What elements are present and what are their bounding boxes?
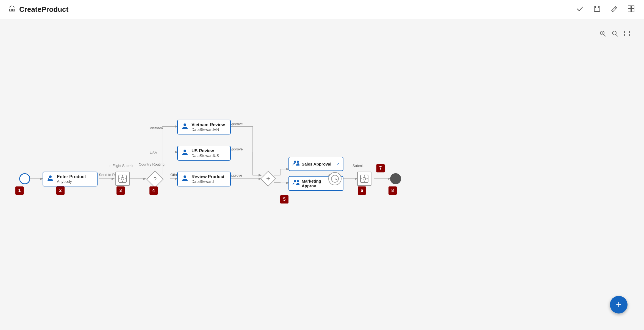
badge-8: 8 [388,186,397,195]
vietnam-review-subtitle: DataStewardVN [191,127,225,132]
sales-approval-task[interactable]: Sales Approval ↗ [288,157,343,171]
svg-point-40 [294,180,296,182]
us-review-task[interactable]: US Review DataStewardUS [177,146,231,161]
end-event[interactable] [390,173,401,184]
badge-7: 7 [376,164,385,172]
in-flight-submit-label: In Flight Submit [109,164,133,168]
user-task-icon [46,174,54,184]
user-task-icon-vn [181,122,189,132]
svg-rect-3 [628,6,631,9]
user-task-icon-us [181,148,189,158]
enter-product-title: Enter Product [57,174,86,179]
timer-event[interactable] [328,172,342,185]
external-link-icon-sales: ↗ [337,162,340,166]
svg-text:Vietnam: Vietnam [150,126,163,130]
review-product-title: Review Product [191,174,224,179]
start-event[interactable] [19,173,30,184]
svg-text:USA: USA [150,151,157,155]
submit-label: Submit [352,164,363,168]
review-product-task[interactable]: Review Product DataSteward [177,172,231,186]
edit-button[interactable] [609,4,619,15]
parallel-join-gateway[interactable]: + [261,172,275,186]
zoom-out-button[interactable] [612,30,618,38]
zoom-controls [599,30,630,38]
subprocess-icon-mktg [292,179,299,188]
svg-text:Approve: Approve [229,147,243,151]
workflow-canvas: Send to Review Vietnam USA Other Approve… [0,19,644,330]
save-button[interactable] [592,4,602,15]
svg-point-36 [184,150,186,152]
svg-point-28 [49,175,52,178]
svg-rect-1 [595,6,599,8]
svg-rect-4 [631,6,634,9]
us-review-title: US Review [191,148,219,153]
svg-line-45 [335,179,337,180]
badge-5: 5 [280,195,288,204]
svg-point-35 [184,123,186,126]
grid-button[interactable] [626,4,636,15]
badge-6: 6 [358,186,366,195]
zoom-in-button[interactable] [599,30,606,38]
svg-point-47 [363,177,366,180]
check-button[interactable] [575,4,585,15]
vietnam-review-task[interactable]: Vietnam Review DataStewardVN [177,120,231,134]
fullscreen-button[interactable] [624,30,630,38]
review-product-subtitle: DataSteward [191,179,224,184]
svg-rect-5 [628,9,631,12]
subprocess-icon-sales [292,160,299,168]
svg-line-10 [604,34,606,36]
svg-point-39 [297,161,299,163]
svg-line-13 [616,34,618,36]
svg-point-30 [121,177,124,180]
submit-task[interactable] [357,172,371,186]
enter-product-task[interactable]: Enter Product Anybody [43,172,98,186]
page-title: CreateProduct [19,5,68,14]
hierarchy-icon: 🏛 [8,5,16,14]
badge-2: 2 [56,186,65,195]
in-flight-submit-task[interactable] [115,172,130,186]
header: 🏛 CreateProduct [0,0,644,19]
svg-rect-6 [631,9,634,12]
add-icon: + [616,299,621,310]
country-routing-gateway[interactable]: ? [147,172,163,187]
us-review-subtitle: DataStewardUS [191,153,219,158]
country-routing-label: Country Routing [139,162,165,166]
svg-text:Approve: Approve [229,173,242,177]
sales-approval-title: Sales Approval [302,162,334,166]
svg-point-38 [294,161,296,163]
svg-point-41 [297,180,299,182]
enter-product-subtitle: Anybody [57,179,86,184]
vietnam-review-title: Vietnam Review [191,122,225,127]
svg-point-37 [184,175,186,178]
badge-3: 3 [116,186,125,195]
badge-4: 4 [149,186,158,195]
add-fab-button[interactable]: + [610,296,628,314]
header-actions [575,4,636,15]
user-task-icon-rp [181,174,189,184]
badge-1: 1 [15,186,24,195]
svg-rect-2 [595,9,599,11]
svg-text:Approve: Approve [229,122,243,126]
header-logo: 🏛 CreateProduct [8,5,68,14]
